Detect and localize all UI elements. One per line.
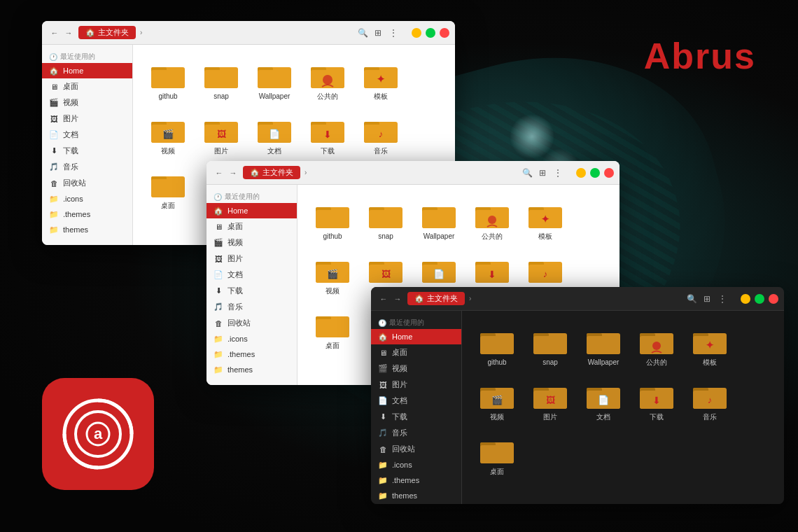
sidebar-download-1[interactable]: ⬇ 下载: [42, 143, 132, 159]
view-icon-3[interactable]: ⊞: [701, 293, 713, 304]
maximize-btn-1[interactable]: [426, 28, 435, 38]
folder-icon-docs-3: 📄: [585, 381, 622, 410]
sidebar-home-3[interactable]: 🏠 Home: [371, 329, 461, 344]
sidebar-images-1[interactable]: 🖼 图片: [42, 111, 132, 127]
sidebar-music-3[interactable]: 🎵 音乐: [371, 425, 461, 441]
folder-public-2[interactable]: 公共的: [468, 196, 516, 245]
folder-docs-3[interactable]: 📄 文档: [580, 377, 627, 426]
breadcrumb-3[interactable]: 🏠 主文件夹: [407, 292, 465, 305]
sidebar-images-3[interactable]: 🖼 图片: [371, 377, 461, 393]
minimize-btn-2[interactable]: [576, 168, 586, 178]
folder-github-1[interactable]: github: [144, 56, 192, 105]
breadcrumb-2[interactable]: 🏠 主文件夹: [243, 166, 300, 179]
sidebar-images-2[interactable]: 🖼 图片: [206, 251, 297, 267]
sidebar-home-2[interactable]: 🏠 Home: [206, 203, 297, 218]
folder-docs-1[interactable]: 📄 文档: [251, 111, 298, 160]
search-icon-3[interactable]: 🔍: [686, 293, 697, 304]
back-btn-2[interactable]: ←: [212, 166, 226, 180]
sidebar-themes1-3[interactable]: 📁 .themes: [371, 472, 461, 488]
folder-icon-images-3: 🖼: [532, 381, 568, 410]
folder-github-3[interactable]: github: [473, 322, 521, 371]
folder-public-1[interactable]: 公共的: [304, 56, 351, 105]
sidebar-trash-1[interactable]: 🗑 回收站: [42, 175, 132, 191]
forward-btn-3[interactable]: →: [391, 292, 405, 306]
folder-snap-1[interactable]: snap: [197, 56, 245, 105]
sidebar-icons-2[interactable]: 📁 .icons: [206, 331, 297, 346]
folder-public-3[interactable]: 公共的: [633, 322, 680, 371]
forward-btn-1[interactable]: →: [62, 26, 76, 40]
folder-images-1[interactable]: 🖼 图片: [197, 111, 245, 160]
folder-icon-s3c: 📁: [378, 491, 388, 500]
menu-icon-1[interactable]: ⋮: [388, 27, 399, 38]
folder-icon-images-2: 🖼: [368, 255, 404, 284]
sidebar-video-3[interactable]: 🎬 视频: [371, 360, 461, 377]
sidebar-themes2-1[interactable]: 📁 themes: [42, 222, 132, 237]
folder-images-3[interactable]: 🖼 图片: [526, 377, 574, 426]
folder-snap-3[interactable]: snap: [526, 322, 574, 371]
minimize-btn-1[interactable]: [412, 28, 421, 38]
folder-desktop-1[interactable]: 桌面: [144, 165, 192, 214]
folder-wallpaper-2[interactable]: Wallpaper: [415, 196, 463, 245]
folder-template-3[interactable]: ✦ 模板: [686, 322, 734, 371]
folder-download-3[interactable]: ⬇ 下载: [633, 377, 680, 426]
folder-public-icon-1: [309, 60, 346, 90]
sidebar-desktop-2[interactable]: 🖥 桌面: [206, 218, 297, 234]
sidebar-docs-2[interactable]: 📄 文档: [206, 267, 297, 283]
sidebar-themes2-2[interactable]: 📁 themes: [206, 362, 297, 377]
breadcrumb-1[interactable]: 🏠 主文件夹: [78, 26, 136, 39]
sidebar-docs-1[interactable]: 📄 文档: [42, 127, 132, 143]
folder-wallpaper-1[interactable]: Wallpaper: [251, 56, 298, 105]
folder-template-1[interactable]: ✦ 模板: [357, 56, 405, 105]
close-btn-2[interactable]: [604, 168, 614, 178]
sidebar-download-2[interactable]: ⬇ 下载: [206, 283, 297, 299]
home-icon-s2: 🏠: [214, 206, 223, 216]
view-icon-2[interactable]: ⊞: [537, 167, 548, 178]
sidebar-icons-1[interactable]: 📁 .icons: [42, 191, 132, 206]
search-icon-2[interactable]: 🔍: [522, 167, 533, 178]
back-btn-3[interactable]: ←: [377, 292, 391, 306]
download-icon-s1: ⬇: [49, 146, 59, 156]
sidebar-trash-3[interactable]: 🗑 回收站: [371, 441, 461, 457]
folder-download-1[interactable]: ⬇ 下载: [304, 111, 351, 160]
maximize-btn-3[interactable]: [755, 294, 764, 304]
folder-music-3[interactable]: ♪ 音乐: [686, 377, 734, 426]
folder-music-1[interactable]: ♪ 音乐: [357, 111, 405, 160]
folder-wallpaper-3[interactable]: Wallpaper: [580, 322, 627, 371]
close-btn-3[interactable]: [769, 294, 778, 304]
sidebar-themes1-1[interactable]: 📁 .themes: [42, 206, 132, 222]
sidebar-home-1[interactable]: 🏠 Home: [42, 63, 132, 78]
sidebar-themes2-3[interactable]: 📁 themes: [371, 488, 461, 503]
folder-video-3[interactable]: 🎬 视频: [473, 377, 521, 426]
folder-snap-2[interactable]: snap: [362, 196, 410, 245]
folder-icon-s1a: 📁: [49, 194, 59, 204]
minimize-btn-3[interactable]: [741, 294, 750, 304]
folder-video-1[interactable]: 🎬 视频: [144, 111, 192, 160]
sidebar-trash-2[interactable]: 🗑 回收站: [206, 315, 297, 331]
menu-icon-2[interactable]: ⋮: [552, 167, 564, 178]
breadcrumb-arrow-1: ›: [139, 29, 144, 36]
svg-rect-9: [204, 70, 238, 88]
back-btn-1[interactable]: ←: [48, 26, 62, 40]
view-icon-1[interactable]: ⊞: [372, 27, 384, 38]
sidebar-music-2[interactable]: 🎵 音乐: [206, 299, 297, 315]
sidebar-themes1-2[interactable]: 📁 .themes: [206, 346, 297, 362]
close-btn-1[interactable]: [440, 28, 449, 38]
maximize-btn-2[interactable]: [590, 168, 600, 178]
folder-icon-desktop-2: [314, 309, 351, 339]
menu-icon-3[interactable]: ⋮: [717, 293, 728, 304]
sidebar-video-1[interactable]: 🎬 视频: [42, 94, 132, 111]
sidebar-desktop-1[interactable]: 🖥 桌面: [42, 78, 132, 94]
forward-btn-2[interactable]: →: [226, 166, 240, 180]
sidebar-video-2[interactable]: 🎬 视频: [206, 234, 297, 251]
folder-template-2[interactable]: ✦ 模板: [522, 196, 569, 245]
sidebar-desktop-3[interactable]: 🖥 桌面: [371, 344, 461, 360]
sidebar-download-3[interactable]: ⬇ 下载: [371, 409, 461, 425]
sidebar-icons-3[interactable]: 📁 .icons: [371, 457, 461, 472]
folder-github-2[interactable]: github: [309, 196, 356, 245]
sidebar-music-1[interactable]: 🎵 音乐: [42, 159, 132, 175]
folder-desktop-3[interactable]: 桌面: [473, 431, 521, 480]
search-icon-1[interactable]: 🔍: [357, 27, 368, 38]
folder-desktop-2[interactable]: 桌面: [309, 305, 356, 354]
folder-video-2[interactable]: 🎬 视频: [309, 251, 356, 300]
sidebar-docs-3[interactable]: 📄 文档: [371, 393, 461, 409]
